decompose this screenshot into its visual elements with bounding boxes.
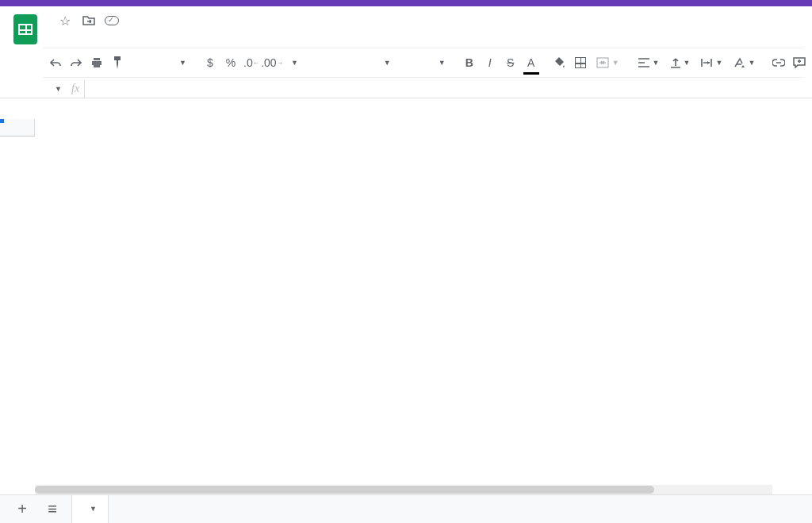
percent-button[interactable]: % bbox=[221, 52, 240, 73]
select-all-corner[interactable] bbox=[0, 119, 35, 137]
number-format-select[interactable]: ▼ bbox=[283, 52, 303, 73]
print-button[interactable] bbox=[87, 52, 106, 73]
add-sheet-button[interactable]: + bbox=[11, 500, 33, 518]
browser-accent-bar bbox=[0, 0, 812, 6]
fill-color-button[interactable] bbox=[550, 52, 569, 73]
sheet-tab[interactable]: ▼ bbox=[71, 494, 109, 523]
sheets-logo[interactable] bbox=[8, 11, 43, 44]
vertical-align-button[interactable]: ▼ bbox=[666, 52, 695, 73]
move-icon[interactable] bbox=[81, 15, 97, 26]
italic-button[interactable]: I bbox=[481, 52, 500, 73]
redo-button[interactable] bbox=[67, 52, 86, 73]
document-title[interactable] bbox=[43, 19, 49, 22]
text-rotation-button[interactable]: ▼ bbox=[729, 52, 760, 73]
bold-button[interactable]: B bbox=[460, 52, 479, 73]
cloud-check-icon bbox=[105, 16, 119, 25]
formula-bar-row: ▼ fx bbox=[0, 79, 812, 98]
strikethrough-button[interactable]: S bbox=[501, 52, 520, 73]
font-select[interactable]: ▼ bbox=[312, 52, 396, 73]
menubar bbox=[43, 30, 804, 33]
star-icon[interactable]: ☆ bbox=[57, 13, 73, 29]
cells-area[interactable] bbox=[35, 137, 785, 494]
currency-button[interactable]: $ bbox=[201, 52, 220, 73]
insert-comment-button[interactable] bbox=[790, 52, 809, 73]
column-headers[interactable] bbox=[35, 119, 785, 137]
toolbar: ▼ $ % .0← .00→ ▼ ▼ ▼ B I S A ▼ ▼ ▼ ▼ ▼ bbox=[43, 48, 804, 78]
increase-decimal-button[interactable]: .00→ bbox=[262, 52, 282, 73]
all-sheets-button[interactable]: ≡ bbox=[41, 500, 63, 518]
insert-link-button[interactable] bbox=[769, 52, 788, 73]
paint-format-button[interactable] bbox=[108, 52, 127, 73]
font-size-value bbox=[410, 62, 427, 63]
formula-bar[interactable] bbox=[84, 80, 812, 98]
fx-icon: fx bbox=[67, 83, 84, 95]
borders-button[interactable] bbox=[571, 52, 590, 73]
save-status[interactable] bbox=[105, 16, 124, 25]
decrease-decimal-button[interactable]: .0← bbox=[242, 52, 261, 73]
app-header: ☆ bbox=[0, 6, 812, 44]
spreadsheet-grid[interactable] bbox=[0, 119, 812, 494]
horizontal-scrollbar-thumb[interactable] bbox=[35, 486, 654, 494]
sheet-tab-strip: + ≡ ▼ bbox=[0, 494, 812, 523]
undo-button[interactable] bbox=[46, 52, 65, 73]
horizontal-scrollbar[interactable] bbox=[35, 485, 772, 494]
zoom-select[interactable]: ▼ bbox=[136, 52, 191, 73]
sheet-tab-menu-icon[interactable]: ▼ bbox=[90, 505, 97, 513]
text-wrap-button[interactable]: ▼ bbox=[696, 52, 727, 73]
merge-cells-button[interactable]: ▼ bbox=[592, 52, 624, 73]
font-size-select[interactable]: ▼ bbox=[405, 52, 450, 73]
name-box[interactable]: ▼ bbox=[5, 83, 67, 94]
text-color-button[interactable]: A bbox=[522, 52, 541, 73]
horizontal-align-button[interactable]: ▼ bbox=[634, 52, 665, 73]
